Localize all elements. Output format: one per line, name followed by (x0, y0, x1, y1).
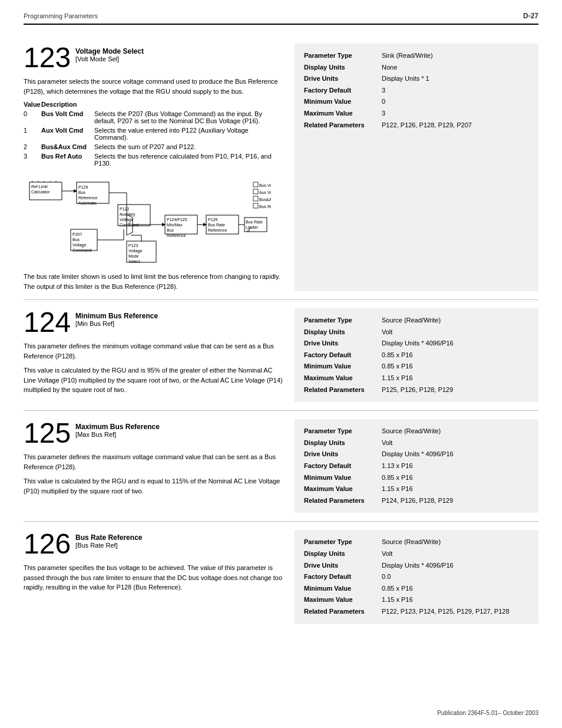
maximum-value-row: Maximum Value 1.15 x P16 (304, 484, 529, 495)
svg-text:Reference: Reference (78, 196, 97, 200)
related-params-value: P122, P123, P124, P125, P129, P127, P128 (382, 607, 529, 617)
factory-default-value: 0.85 x P16 (382, 350, 529, 361)
svg-text:Bus: Bus (167, 228, 174, 232)
svg-text:Voltage: Voltage (128, 249, 142, 253)
valname-0: Bus Volt Cmd (41, 110, 94, 117)
param-124-title-block: Minimum Bus Reference [Min Bus Ref] (75, 308, 158, 327)
display-units-label: Display Units (304, 438, 381, 449)
param-125-number-block: 125 Maximum Bus Reference [Max Bus Ref] (24, 419, 283, 447)
svg-text:Voltage: Voltage (120, 218, 133, 222)
svg-text:P122: P122 (120, 207, 129, 211)
svg-text:Bus Rate: Bus Rate (246, 220, 263, 224)
param-124-number: 124 (24, 308, 71, 337)
value-table-header: Value Description (24, 101, 283, 108)
minimum-value-row: Minimum Value 0 (304, 97, 529, 107)
maximum-value-value: 1.15 x P16 (382, 373, 529, 384)
minimum-value-label: Minimum Value (304, 361, 381, 372)
col-desc-header: Description (41, 101, 283, 108)
valname-2: Bus&Aux Cmd (41, 143, 94, 150)
drive-units-value: Display Units * 4096/P16 (382, 338, 529, 349)
display-units-label: Display Units (304, 549, 381, 559)
minimum-value-value: 0.85 x P16 (382, 473, 529, 483)
minimum-value-label: Minimum Value (304, 584, 381, 594)
param-section-124: 124 Minimum Bus Reference [Min Bus Ref] … (24, 300, 538, 411)
svg-text:Ref Limit: Ref Limit (31, 185, 48, 189)
factory-default-label: Factory Default (304, 85, 381, 96)
param-126-title-block: Bus Rate Reference [Bus Rate Ref] (75, 530, 142, 549)
value-row-0: 0 Bus Volt Cmd Selects the P207 (Bus Vol… (24, 110, 283, 124)
maximum-value-label: Maximum Value (304, 595, 381, 605)
drive-units-label: Drive Units (304, 449, 381, 460)
display-units-row: Display Units None (304, 62, 529, 73)
svg-text:Command: Command (120, 223, 138, 227)
factory-default-value: 0.0 (382, 572, 529, 582)
svg-text:Auxiliary: Auxiliary (120, 212, 135, 217)
page-container: Programming Parameters D-27 123 Voltage … (0, 0, 562, 728)
related-params-value: P124, P126, P128, P129 (382, 496, 529, 506)
param-type-value: Source (Read/Write) (382, 315, 529, 326)
param-124-title: Minimum Bus Reference (75, 312, 158, 320)
param-126-left: 126 Bus Rate Reference [Bus Rate Ref] Th… (24, 530, 295, 624)
display-units-row: Display Units Volt (304, 549, 529, 559)
svg-text:Bus Volt Cmd: Bus Volt Cmd (259, 183, 271, 187)
drive-units-label: Drive Units (304, 561, 381, 571)
related-params-row: Related Parameters P124, P126, P128, P12… (304, 496, 529, 506)
param-126-abbr: [Bus Rate Ref] (75, 542, 142, 549)
drive-units-label: Drive Units (304, 74, 381, 84)
param-125-table: Parameter Type Source (Read/Write) Displ… (303, 425, 530, 507)
minimum-value-row: Minimum Value 0.85 x P16 (304, 584, 529, 594)
param-125-desc-1: This value is calculated by the RGU and … (24, 476, 283, 496)
param-125-title: Maximum Bus Reference (75, 423, 160, 431)
maximum-value-value: 1.15 x P16 (382, 595, 529, 605)
factory-default-label: Factory Default (304, 461, 381, 472)
svg-line-18 (127, 232, 133, 235)
param-section-126: 126 Bus Rate Reference [Bus Rate Ref] Th… (24, 522, 538, 632)
maximum-value-label: Maximum Value (304, 373, 381, 384)
param-type-label: Parameter Type (304, 426, 381, 437)
svg-rect-55 (253, 182, 258, 187)
maximum-value-row: Maximum Value 1.15 x P16 (304, 595, 529, 605)
factory-default-row: Factory Default 0.85 x P16 (304, 350, 529, 361)
factory-default-value: 3 (382, 85, 529, 96)
value-row-2: 2 Bus&Aux Cmd Selects the sum of P207 an… (24, 143, 283, 150)
param-126-desc-0: This parameter specifies the bus voltage… (24, 563, 283, 592)
bus-limiter-note: The bus rate limiter shown is used to li… (24, 272, 283, 291)
related-params-label: Related Parameters (304, 607, 381, 617)
param-126-title: Bus Rate Reference (75, 533, 142, 542)
valtext-1: Selects the value entered into P122 (Aux… (94, 127, 283, 141)
param-124-number-block: 124 Minimum Bus Reference [Min Bus Ref] (24, 308, 283, 337)
svg-rect-59 (253, 196, 258, 201)
param-124-abbr: [Min Bus Ref] (75, 320, 158, 327)
factory-default-row: Factory Default 3 (304, 85, 529, 96)
valname-3: Bus Ref Auto (41, 153, 94, 160)
page-footer: Publication 2364F-5.01– October 2003 (437, 710, 538, 716)
minimum-value-label: Minimum Value (304, 97, 381, 107)
related-params-value: P122, P126, P128, P129, P207 (382, 120, 529, 131)
display-units-value: Volt (382, 438, 529, 449)
svg-text:P126: P126 (208, 218, 217, 222)
param-section-123: 123 Voltage Mode Select [Volt Mode Sel] … (24, 35, 538, 300)
maximum-value-value: 3 (382, 108, 529, 119)
maximum-value-label: Maximum Value (304, 484, 381, 495)
param-123-title: Voltage Mode Select (75, 47, 144, 55)
param-123-abbr: [Volt Mode Sel] (75, 55, 144, 62)
factory-default-row: Factory Default 1.13 x P16 (304, 461, 529, 472)
param-123-diagram: Ref Limit Calculator P129 Bus Reference (24, 170, 283, 266)
svg-text:Reference: Reference (167, 233, 186, 238)
param-123-value-table: Value Description 0 Bus Volt Cmd Selects… (24, 101, 283, 167)
param-type-label: Parameter Type (304, 51, 381, 61)
param-123-title-block: Voltage Mode Select [Volt Mode Sel] (75, 44, 144, 62)
param-type-label: Parameter Type (304, 315, 381, 326)
param-126-table: Parameter Type Source (Read/Write) Displ… (303, 536, 530, 618)
svg-text:Mode: Mode (128, 254, 139, 258)
svg-rect-61 (253, 203, 258, 208)
svg-text:Calculator: Calculator (31, 190, 50, 194)
drive-units-row: Drive Units Display Units * 4096/P16 (304, 561, 529, 571)
display-units-value: Volt (382, 327, 529, 338)
related-params-value: P125, P126, P128, P129 (382, 385, 529, 396)
svg-text:Bus: Bus (72, 238, 80, 242)
param-125-abbr: [Max Bus Ref] (75, 431, 160, 438)
svg-text:P124/P125: P124/P125 (167, 218, 187, 222)
svg-text:Command: Command (72, 248, 91, 252)
drive-units-row: Drive Units Display Units * 4096/P16 (304, 338, 529, 349)
